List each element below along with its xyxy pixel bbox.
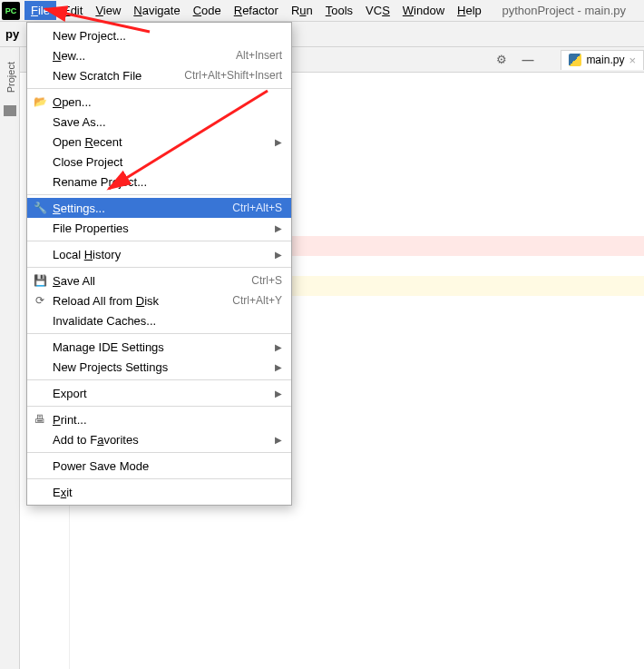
- menu-help[interactable]: Help: [451, 1, 488, 20]
- menu-item-file-properties[interactable]: File Properties▶: [27, 218, 291, 238]
- pycharm-icon: PC: [2, 2, 20, 20]
- menu-refactor[interactable]: Refactor: [228, 1, 285, 20]
- python-file-icon: [569, 54, 581, 66]
- menu-item-save-all[interactable]: 💾Save AllCtrl+S: [27, 271, 291, 290]
- structure-icon[interactable]: [4, 105, 16, 116]
- menu-item-open-recent[interactable]: Open Recent▶: [27, 132, 291, 152]
- menu-item-label: New Projects Settings: [53, 360, 282, 374]
- menu-item-label: Invalidate Caches...: [53, 314, 282, 328]
- shortcut-label: Ctrl+Alt+S: [232, 202, 282, 214]
- menu-item-reload-all-from-disk[interactable]: ⟳Reload All from DiskCtrl+Alt+Y: [27, 290, 291, 310]
- left-tool-strip: Project: [0, 47, 20, 669]
- window-title: pythonProject - main.py: [502, 4, 644, 17]
- menu-tools[interactable]: Tools: [319, 1, 359, 20]
- menubar: PC FileEditViewNavigateCodeRefactorRunTo…: [0, 0, 644, 22]
- menu-item-label: Save All: [53, 274, 251, 288]
- submenu-arrow-icon: ▶: [275, 137, 282, 147]
- menu-edit[interactable]: Edit: [56, 1, 89, 20]
- reload-icon: ⟳: [33, 293, 47, 308]
- shortcut-label: Ctrl+S: [251, 274, 282, 287]
- submenu-arrow-icon: ▶: [275, 389, 282, 398]
- menu-separator: [27, 88, 291, 89]
- shortcut-label: Ctrl+Alt+Y: [232, 294, 282, 307]
- menu-item-new-scratch-file[interactable]: New Scratch FileCtrl+Alt+Shift+Insert: [27, 65, 291, 85]
- submenu-arrow-icon: ▶: [275, 223, 282, 233]
- menu-item-label: New Project...: [53, 29, 282, 43]
- menu-navigate[interactable]: Navigate: [127, 1, 186, 20]
- nav-path-fragment: py: [5, 27, 19, 41]
- menu-window[interactable]: Window: [396, 1, 451, 20]
- menu-item-label: Local History: [53, 248, 282, 261]
- menu-item-open[interactable]: 📂Open...: [27, 92, 291, 112]
- menu-item-label: Power Save Mode: [53, 459, 282, 473]
- menu-code[interactable]: Code: [187, 1, 228, 20]
- menu-item-close-project[interactable]: Close Project: [27, 152, 291, 172]
- menu-item-label: Save As...: [53, 115, 282, 129]
- menu-item-manage-ide-settings[interactable]: Manage IDE Settings▶: [27, 337, 291, 357]
- save-icon: 💾: [33, 273, 47, 288]
- menu-item-label: Export: [53, 387, 282, 400]
- menu-item-label: New Scratch File: [53, 69, 184, 83]
- tab-filename: main.py: [586, 54, 624, 66]
- close-tab-icon[interactable]: ×: [629, 54, 636, 67]
- menu-item-export[interactable]: Export▶: [27, 383, 291, 403]
- wrench-icon: 🔧: [33, 201, 47, 215]
- menu-item-label: Open...: [53, 95, 282, 109]
- menu-separator: [27, 333, 291, 334]
- menu-separator: [27, 452, 291, 453]
- menu-item-add-to-favorites[interactable]: Add to Favorites▶: [27, 429, 291, 449]
- menu-separator: [27, 379, 291, 380]
- menu-item-label: Manage IDE Settings: [53, 340, 282, 354]
- menu-item-label: Settings...: [53, 202, 232, 215]
- menu-item-label: Exit: [53, 486, 282, 499]
- menu-item-new-projects-settings[interactable]: New Projects Settings▶: [27, 357, 291, 377]
- menu-separator: [27, 478, 291, 479]
- menu-item-label: Print...: [53, 413, 282, 427]
- menu-run[interactable]: Run: [285, 1, 319, 20]
- menu-item-new[interactable]: New...Alt+Insert: [27, 45, 291, 65]
- menu-item-label: New...: [53, 49, 236, 63]
- submenu-arrow-icon: ▶: [275, 362, 282, 372]
- menu-item-label: Open Recent: [53, 135, 282, 149]
- menu-vcs[interactable]: VCS: [359, 1, 396, 20]
- minimize-icon[interactable]: —: [512, 53, 542, 66]
- menu-item-label: Add to Favorites: [53, 433, 282, 447]
- menu-item-exit[interactable]: Exit: [27, 482, 291, 502]
- menu-item-invalidate-caches[interactable]: Invalidate Caches...: [27, 310, 291, 330]
- menu-item-power-save-mode[interactable]: Power Save Mode: [27, 456, 291, 476]
- open-icon: 📂: [33, 94, 47, 109]
- submenu-arrow-icon: ▶: [275, 250, 282, 260]
- submenu-arrow-icon: ▶: [275, 435, 282, 445]
- print-icon: 🖶: [33, 412, 47, 427]
- menu-item-rename-project[interactable]: Rename Project...: [27, 172, 291, 192]
- gear-icon[interactable]: ⚙: [491, 53, 512, 66]
- menu-file[interactable]: File: [24, 1, 56, 20]
- menu-separator: [27, 241, 291, 241]
- menu-item-label: Rename Project...: [53, 175, 282, 189]
- menu-item-new-project[interactable]: New Project...: [27, 25, 291, 45]
- menu-item-label: Reload All from Disk: [53, 294, 232, 308]
- menu-item-local-history[interactable]: Local History▶: [27, 244, 291, 264]
- shortcut-label: Ctrl+Alt+Shift+Insert: [184, 69, 282, 82]
- file-menu-dropdown: New Project...New...Alt+InsertNew Scratc…: [26, 22, 292, 506]
- menu-view[interactable]: View: [89, 1, 127, 20]
- menu-item-print[interactable]: 🖶Print...: [27, 409, 291, 429]
- project-tool-tab[interactable]: Project: [3, 56, 16, 98]
- menu-item-label: Close Project: [53, 155, 282, 169]
- shortcut-label: Alt+Insert: [236, 49, 282, 62]
- menu-item-save-as[interactable]: Save As...: [27, 112, 291, 132]
- menu-separator: [27, 406, 291, 407]
- submenu-arrow-icon: ▶: [275, 342, 282, 352]
- editor-tab[interactable]: main.py ×: [561, 50, 644, 70]
- menu-item-settings[interactable]: 🔧Settings...Ctrl+Alt+S: [27, 198, 291, 218]
- menu-item-label: File Properties: [53, 221, 282, 235]
- menu-separator: [27, 194, 291, 195]
- menu-separator: [27, 267, 291, 268]
